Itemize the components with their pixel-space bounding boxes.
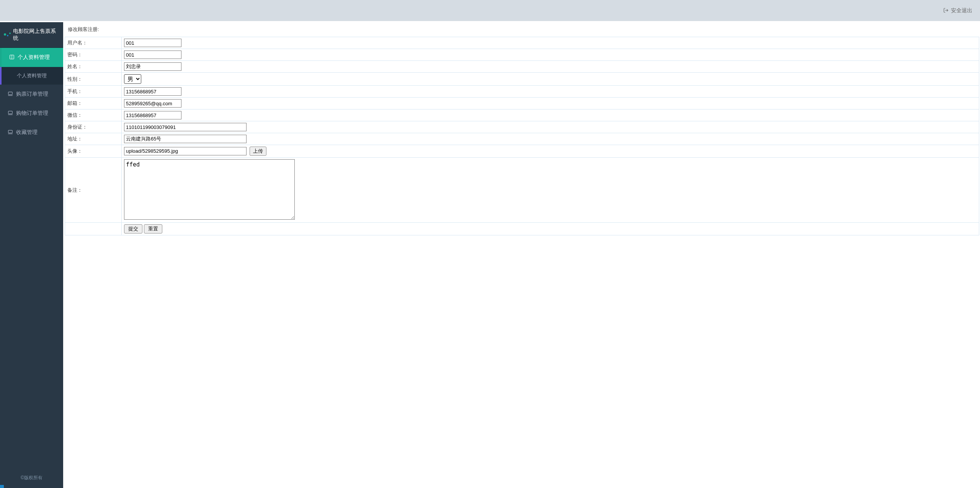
logout-label: 安全退出 xyxy=(951,7,972,14)
sidebar-item-label: 购票订单管理 xyxy=(16,91,48,98)
sidebar-item-ticket-orders[interactable]: 购票订单管理 xyxy=(0,85,63,104)
label-avatar: 头像： xyxy=(65,145,122,158)
laptop-icon xyxy=(8,110,13,117)
laptop-icon xyxy=(8,129,13,136)
input-avatar[interactable] xyxy=(124,147,247,155)
logout-icon xyxy=(943,8,949,14)
row-email: 邮箱： xyxy=(65,98,979,109)
main-content: 修改顾客注册: 用户名： 密码： 姓名： 性别： 男 女 xyxy=(63,22,980,488)
label-email: 邮箱： xyxy=(65,98,122,109)
sidebar-item-label: 购物订单管理 xyxy=(16,110,48,117)
svg-rect-7 xyxy=(8,130,13,133)
label-actions xyxy=(65,223,122,235)
sidebar-item-shopping-orders[interactable]: 购物订单管理 xyxy=(0,104,63,123)
sidebar-item-profile[interactable]: 个人资料管理 xyxy=(0,48,63,67)
row-password: 密码： xyxy=(65,49,979,61)
sidebar-subitem-profile[interactable]: 个人资料管理 xyxy=(0,67,63,85)
row-username: 用户名： xyxy=(65,37,979,49)
textarea-remark[interactable] xyxy=(124,159,295,220)
reset-button[interactable]: 重置 xyxy=(144,224,162,233)
label-username: 用户名： xyxy=(65,37,122,49)
submit-button[interactable]: 提交 xyxy=(124,224,142,233)
row-gender: 性别： 男 女 xyxy=(65,73,979,86)
row-remark: 备注： xyxy=(65,158,979,223)
app-logo-icon xyxy=(4,33,11,36)
row-actions: 提交 重置 xyxy=(65,223,979,235)
row-address: 地址： xyxy=(65,133,979,145)
input-realname[interactable] xyxy=(124,62,181,71)
select-gender[interactable]: 男 女 xyxy=(124,74,141,84)
row-wechat: 微信： xyxy=(65,109,979,121)
sidebar-item-label: 个人资料管理 xyxy=(18,54,50,61)
input-wechat[interactable] xyxy=(124,111,181,119)
laptop-icon xyxy=(8,91,13,98)
row-realname: 姓名： xyxy=(65,61,979,73)
input-address[interactable] xyxy=(124,135,247,143)
input-email[interactable] xyxy=(124,99,181,108)
row-avatar: 头像： 上传 xyxy=(65,145,979,158)
sidebar: 电影院网上售票系统 个人资料管理 个人资料管理 购票订单管理 购物订单管理 xyxy=(0,22,63,488)
input-username[interactable] xyxy=(124,39,181,47)
label-password: 密码： xyxy=(65,49,122,61)
row-idcard: 身份证： xyxy=(65,121,979,133)
label-realname: 姓名： xyxy=(65,61,122,73)
columns-icon xyxy=(9,54,15,61)
label-phone: 手机： xyxy=(65,86,122,98)
sidebar-footer: ©版权所有 xyxy=(0,475,63,481)
input-idcard[interactable] xyxy=(124,123,247,131)
svg-rect-5 xyxy=(8,111,13,114)
label-gender: 性别： xyxy=(65,73,122,86)
sidebar-subitem-label: 个人资料管理 xyxy=(17,73,47,78)
top-header: 安全退出 xyxy=(0,0,980,22)
input-phone[interactable] xyxy=(124,87,181,96)
input-password[interactable] xyxy=(124,51,181,59)
row-phone: 手机： xyxy=(65,86,979,98)
sidebar-item-label: 收藏管理 xyxy=(16,129,38,136)
form-table: 用户名： 密码： 姓名： 性别： 男 女 xyxy=(65,37,979,235)
sidebar-item-favorites[interactable]: 收藏管理 xyxy=(0,123,63,142)
upload-button[interactable]: 上传 xyxy=(250,147,266,156)
label-idcard: 身份证： xyxy=(65,121,122,133)
page-title: 修改顾客注册: xyxy=(63,22,980,37)
label-wechat: 微信： xyxy=(65,109,122,121)
label-address: 地址： xyxy=(65,133,122,145)
svg-rect-3 xyxy=(8,92,13,95)
app-title-text: 电影院网上售票系统 xyxy=(13,28,59,42)
accent-bar xyxy=(0,485,4,488)
app-title: 电影院网上售票系统 xyxy=(0,22,63,48)
label-remark: 备注： xyxy=(65,158,122,223)
logout-link[interactable]: 安全退出 xyxy=(943,7,972,14)
